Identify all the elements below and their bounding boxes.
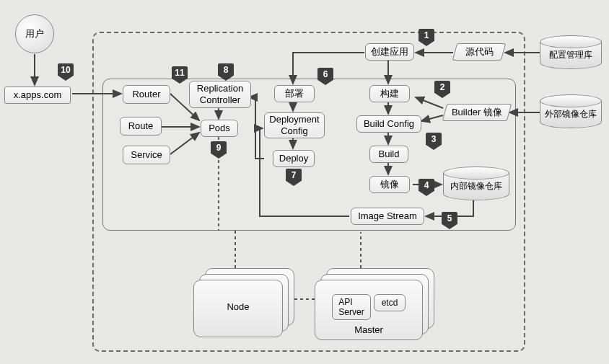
node-label: Node xyxy=(227,301,249,312)
service-box: Service xyxy=(123,146,170,164)
node-stack: Node xyxy=(193,268,294,337)
external-registry-cylinder: 外部镜像仓库 xyxy=(540,101,602,128)
user-label: 用户 xyxy=(25,27,44,40)
svg-line-16 xyxy=(421,115,443,121)
replication-controller-box: Replication Controller xyxy=(189,81,251,108)
build-header-box: 构建 xyxy=(369,85,410,102)
master-label: Master xyxy=(354,324,383,335)
svg-line-4 xyxy=(170,133,199,154)
create-app-box: 创建应用 xyxy=(365,43,414,61)
route-box: Route xyxy=(120,117,162,136)
deploy-header-box: 部署 xyxy=(274,85,315,102)
builder-image-para: Builder 镜像 xyxy=(444,104,509,121)
image-box: 镜像 xyxy=(369,176,410,193)
image-stream-box: Image Stream xyxy=(351,208,424,225)
build-config-box: Build Config xyxy=(356,115,421,133)
pods-box: Pods xyxy=(201,120,238,137)
config-repo-cylinder: 配置管理库 xyxy=(540,42,602,69)
api-server-box: API Server xyxy=(332,294,371,320)
url-box: x.apps.com xyxy=(4,86,71,104)
user-actor: 用户 xyxy=(15,14,54,53)
deploy-box: Deploy xyxy=(273,150,315,167)
url-text: x.apps.com xyxy=(14,89,61,101)
deployment-config-box: Deployment Config xyxy=(264,112,325,138)
master-stack: API Server etcd Master xyxy=(315,268,437,340)
svg-line-15 xyxy=(416,97,443,108)
source-code-para: 源代码 xyxy=(455,43,504,61)
internal-registry-cylinder: 内部镜像仓库 xyxy=(443,173,509,200)
connectors xyxy=(0,0,609,364)
etcd-box: etcd xyxy=(374,294,406,311)
build-box: Build xyxy=(369,146,408,163)
router-box: Router xyxy=(123,85,170,104)
